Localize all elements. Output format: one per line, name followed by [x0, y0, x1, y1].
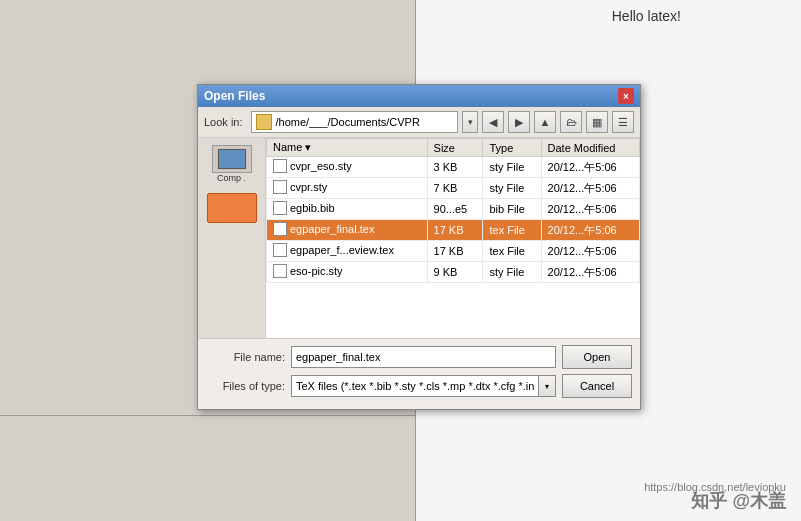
file-date-cell: 20/12...午5:06: [541, 178, 639, 199]
file-icon: [273, 222, 287, 236]
side-item-blurred[interactable]: [200, 188, 263, 228]
file-type-cell: sty File: [483, 262, 541, 283]
file-type-cell: bib File: [483, 199, 541, 220]
file-name-cell: egpaper_f...eview.tex: [267, 241, 428, 262]
file-date-cell: 20/12...午5:06: [541, 241, 639, 262]
file-date-cell: 20/12...午5:06: [541, 262, 639, 283]
path-display[interactable]: /home/___/Documents/CVPR: [251, 111, 458, 133]
file-size-cell: 90...e5: [427, 199, 483, 220]
cancel-button[interactable]: Cancel: [562, 374, 632, 398]
table-row[interactable]: cvpr_eso.sty3 KBsty File20/12...午5:06: [267, 157, 640, 178]
filename-label: File name:: [206, 351, 291, 363]
folder-icon: [256, 114, 272, 130]
file-date-cell: 20/12...午5:06: [541, 220, 639, 241]
file-name-cell: egpaper_final.tex: [267, 220, 428, 241]
file-name-cell: egbib.bib: [267, 199, 428, 220]
col-header-type[interactable]: Type: [483, 139, 541, 157]
file-table: Name ▾ Size Type Date Modified cvpr_eso.…: [266, 138, 640, 283]
open-files-dialog: Open Files × Look in: /home/___/Document…: [197, 84, 641, 410]
dialog-titlebar: Open Files ×: [198, 85, 640, 107]
file-icon: [273, 201, 287, 215]
file-size-cell: 17 KB: [427, 220, 483, 241]
list-view-btn[interactable]: ▦: [586, 111, 608, 133]
look-in-label: Look in:: [204, 116, 243, 128]
watermark: 知乎 @木盖: [691, 489, 786, 513]
filename-row: File name: Open: [206, 345, 632, 369]
up-btn[interactable]: ▲: [534, 111, 556, 133]
dialog-bottom: File name: Open Files of type: ▾ Cancel: [198, 338, 640, 409]
hello-text: Hello latex!: [612, 8, 681, 24]
file-size-cell: 7 KB: [427, 178, 483, 199]
new-folder-btn[interactable]: 🗁: [560, 111, 582, 133]
filetype-row: Files of type: ▾ Cancel: [206, 374, 632, 398]
side-item-computer[interactable]: Comp .: [200, 142, 263, 186]
file-size-cell: 17 KB: [427, 241, 483, 262]
file-icon: [273, 159, 287, 173]
filetype-input[interactable]: [291, 375, 538, 397]
file-size-cell: 9 KB: [427, 262, 483, 283]
table-row[interactable]: egpaper_f...eview.tex17 KBtex File20/12.…: [267, 241, 640, 262]
file-icon: [273, 264, 287, 278]
cancel-btn-row: Cancel: [562, 374, 632, 398]
side-item-computer-label: Comp .: [217, 173, 246, 183]
file-name-cell: eso-pic.sty: [267, 262, 428, 283]
table-row[interactable]: egpaper_final.tex17 KBtex File20/12...午5…: [267, 220, 640, 241]
filename-input[interactable]: [291, 346, 556, 368]
file-name-cell: cvpr.sty: [267, 178, 428, 199]
file-table-container[interactable]: Name ▾ Size Type Date Modified cvpr_eso.…: [266, 138, 640, 338]
table-row[interactable]: egbib.bib90...e5bib File20/12...午5:06: [267, 199, 640, 220]
file-type-cell: tex File: [483, 241, 541, 262]
file-size-cell: 3 KB: [427, 157, 483, 178]
table-row[interactable]: cvpr.sty7 KBsty File20/12...午5:06: [267, 178, 640, 199]
path-dropdown-btn[interactable]: ▾: [462, 111, 478, 133]
open-btn-row: Open: [562, 345, 632, 369]
back-btn[interactable]: ◀: [482, 111, 504, 133]
filetype-label: Files of type:: [206, 380, 291, 392]
filetype-dropdown-btn[interactable]: ▾: [538, 375, 556, 397]
file-date-cell: 20/12...午5:06: [541, 157, 639, 178]
open-button[interactable]: Open: [562, 345, 632, 369]
table-row[interactable]: eso-pic.sty9 KBsty File20/12...午5:06: [267, 262, 640, 283]
dialog-toolbar: Look in: /home/___/Documents/CVPR ▾ ◀ ▶ …: [198, 107, 640, 138]
file-name-cell: cvpr_eso.sty: [267, 157, 428, 178]
dialog-title: Open Files: [204, 89, 265, 103]
file-date-cell: 20/12...午5:06: [541, 199, 639, 220]
col-header-date[interactable]: Date Modified: [541, 139, 639, 157]
path-text: /home/___/Documents/CVPR: [276, 116, 420, 128]
blurred-icon: [207, 193, 257, 223]
col-header-name[interactable]: Name ▾: [267, 139, 428, 157]
forward-btn[interactable]: ▶: [508, 111, 530, 133]
horizontal-divider: [0, 415, 415, 416]
col-header-size[interactable]: Size: [427, 139, 483, 157]
file-type-cell: tex File: [483, 220, 541, 241]
file-icon: [273, 243, 287, 257]
filetype-dropdown-container: ▾: [291, 375, 556, 397]
file-icon: [273, 180, 287, 194]
file-type-cell: sty File: [483, 178, 541, 199]
detail-view-btn[interactable]: ☰: [612, 111, 634, 133]
computer-icon: [212, 145, 252, 173]
side-panel: Comp .: [198, 138, 266, 338]
close-button[interactable]: ×: [618, 88, 634, 104]
file-type-cell: sty File: [483, 157, 541, 178]
file-list-area: Comp . Name ▾ Size Type Date Modified cv…: [198, 138, 640, 338]
